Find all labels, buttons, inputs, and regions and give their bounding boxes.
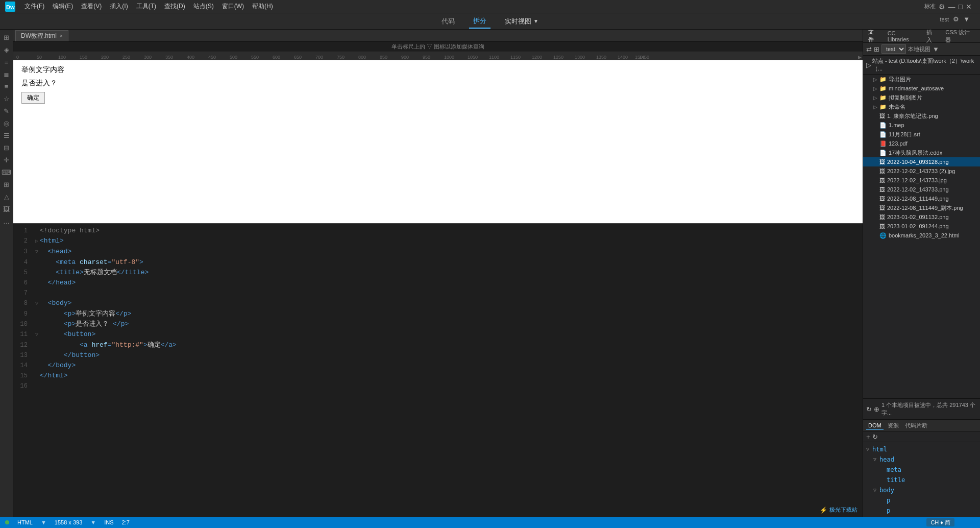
dom-add-icon[interactable]: + xyxy=(866,433,870,441)
sidebar-icon-eye[interactable]: ◎ xyxy=(1,117,12,129)
status-dropdown[interactable]: ▼ xyxy=(41,519,46,525)
dom-arrow-html: ▽ xyxy=(866,445,871,454)
live-view-arrow: ▼ xyxy=(533,18,538,24)
sidebar-icon-code[interactable]: ⌨ xyxy=(1,166,12,178)
file-tab-close[interactable]: × xyxy=(60,33,63,39)
tree-item-cornell[interactable]: 🖼 1. 康奈尔笔记法.png xyxy=(863,111,980,121)
dw-logo: Dw xyxy=(4,1,16,13)
tree-item-png7[interactable]: 🖼 2023-01-02_091244.png xyxy=(863,222,980,231)
tab-split[interactable]: 拆分 xyxy=(469,14,491,29)
image-icon-jpg2: 🖼 xyxy=(879,168,885,174)
dom-tab-snippets[interactable]: 代码片断 xyxy=(903,421,929,430)
right-tab-cc[interactable]: CC Libraries xyxy=(885,30,921,43)
dom-panel: DOM 资源 代码片断 + ↻ ▽ html xyxy=(863,419,980,528)
menu-tools[interactable]: 工具(T) xyxy=(132,0,160,13)
tree-item-pdf[interactable]: 📕 123.pdf xyxy=(863,139,980,148)
image-icon-png1: 🖼 xyxy=(879,159,885,165)
file-tab[interactable]: DW教程.html × xyxy=(15,30,68,41)
menu-site[interactable]: 站点(S) xyxy=(189,0,218,13)
sidebar-icon-pencil[interactable]: ✎ xyxy=(1,105,12,116)
right-toolbar-icon1[interactable]: ⇄ xyxy=(866,45,872,53)
new-site-icon[interactable]: ⊕ xyxy=(874,405,879,413)
dom-tree: ▽ html ▽ head meta xyxy=(863,442,980,528)
tree-item-png1[interactable]: 🖼 2022-10-04_093128.png xyxy=(863,157,980,166)
sidebar-icon-css[interactable]: ◈ xyxy=(1,44,12,55)
tree-item-png4[interactable]: 🖼 2022-12-08_111449.png xyxy=(863,194,980,203)
menu-window[interactable]: 窗口(W) xyxy=(218,0,248,13)
sidebar-icon-insert[interactable]: ⊞ xyxy=(1,32,12,43)
folder-icon: 📁 xyxy=(879,76,887,83)
tree-item-html2[interactable]: 🌐 bookmarks_2023_3_22.html xyxy=(863,231,980,240)
sidebar-icon-move[interactable]: ✛ xyxy=(1,154,12,165)
code-line-11: 11 ▽ <button> xyxy=(13,329,863,340)
sidebar-icon-list[interactable]: ☰ xyxy=(1,130,12,141)
dom-node-p1[interactable]: p xyxy=(866,495,977,506)
sidebar-icon-shapes[interactable]: △ xyxy=(1,191,12,202)
dom-refresh-icon[interactable]: ↻ xyxy=(872,433,878,441)
dom-node-body[interactable]: ▽ body xyxy=(866,485,977,495)
right-toolbar-dropdown[interactable]: ▼ xyxy=(933,45,939,53)
right-panel-tabs: 文件 CC Libraries 插入 CSS 设计器 xyxy=(863,30,980,43)
sidebar-icon-snippets[interactable]: ≣ xyxy=(1,68,12,80)
gear-icon[interactable]: ⚙ xyxy=(939,3,945,11)
sidebar-icon-image[interactable]: 🖼 xyxy=(1,203,12,214)
tree-item-eddx[interactable]: 📄 17种头脑风暴法.eddx xyxy=(863,148,980,157)
tree-item-export[interactable]: ▷ 📁 导出图片 xyxy=(863,75,980,84)
image-icon-png5: 🖼 xyxy=(879,205,885,211)
menu-view[interactable]: 查看(V) xyxy=(77,0,106,13)
tree-item-png5[interactable]: 🖼 2022-12-08_111449_副本.png xyxy=(863,203,980,212)
code-pane: 1 <!doctype html> 2 ▷ <html> 3 ▽ <head> xyxy=(13,224,863,528)
tree-item-mep[interactable]: 📄 1.mep xyxy=(863,121,980,130)
right-toolbar-icon2[interactable]: ⊞ xyxy=(874,45,879,53)
menu-help[interactable]: 帮助(H) xyxy=(248,0,277,13)
tree-item-mindmaster[interactable]: ▷ 📁 mindmaster_autosave xyxy=(863,84,980,93)
tree-item-copy-images[interactable]: ▷ 📁 拟复制到图片 xyxy=(863,93,980,102)
site-expand-icon[interactable]: ▷ xyxy=(866,61,871,69)
watermark-text: 极光下载站 xyxy=(829,506,857,514)
maximize-icon[interactable]: □ xyxy=(959,3,963,11)
dom-node-html[interactable]: ▽ html xyxy=(866,444,977,454)
close-icon[interactable]: ✕ xyxy=(966,3,972,11)
status-indicator xyxy=(5,520,9,524)
dom-node-p2[interactable]: p xyxy=(866,506,977,516)
workspace-dropdown-icon[interactable]: ▼ xyxy=(963,15,970,23)
workspace-settings-icon[interactable]: ⚙ xyxy=(953,15,959,23)
tree-item-png6[interactable]: 🖼 2023-01-02_091132.png xyxy=(863,212,980,222)
tree-item-srt[interactable]: 📄 11月28日.srt xyxy=(863,130,980,139)
menu-insert[interactable]: 插入(I) xyxy=(106,0,132,13)
dimensions-dropdown[interactable]: ▼ xyxy=(90,519,96,525)
settings-icon[interactable]: 标准 xyxy=(924,3,936,10)
image-icon-png4: 🖼 xyxy=(879,196,885,202)
code-line-5: 5 <title>无标题文档</title> xyxy=(13,268,863,278)
file-icon-mep: 📄 xyxy=(879,122,887,129)
tree-item-unnamed[interactable]: ▷ 📁 未命名 xyxy=(863,102,980,111)
dom-tab-resources[interactable]: 资源 xyxy=(886,421,901,430)
tab-live-view[interactable]: 实时视图 ▼ xyxy=(501,15,543,28)
menu-find[interactable]: 查找(D) xyxy=(160,0,189,13)
tab-code[interactable]: 代码 xyxy=(437,15,459,28)
sidebar-icon-files[interactable]: ≡ xyxy=(1,56,12,67)
dom-node-title[interactable]: title xyxy=(866,475,977,485)
site-select[interactable]: test xyxy=(881,44,906,54)
preview-confirm-button[interactable]: 确定 xyxy=(21,92,45,104)
refresh-icon[interactable]: ↻ xyxy=(866,405,872,413)
tree-item-png3[interactable]: 🖼 2022-12-02_143733.png xyxy=(863,185,980,194)
file-tree-header: ▷ 站点 - test (D:\tools\桌面\work（2）\work（..… xyxy=(863,56,980,75)
dom-node-meta[interactable]: meta xyxy=(866,465,977,475)
dom-tab-dom[interactable]: DOM xyxy=(866,421,884,430)
code-line-8: 8 ▽ <body> xyxy=(13,298,863,309)
dom-node-head[interactable]: ▽ head xyxy=(866,454,977,465)
sidebar-icon-layers[interactable]: ⊟ xyxy=(1,142,12,153)
tab-bar: DW教程.html × xyxy=(13,30,863,42)
sidebar-icon-more[interactable]: … xyxy=(1,215,12,227)
sidebar-icon-search[interactable]: ≡ xyxy=(1,81,12,92)
tree-item-jpg2[interactable]: 🖼 2022-12-02_143733 (2).jpg xyxy=(863,166,980,176)
folder-icon-mindmaster: 📁 xyxy=(879,85,887,92)
sidebar-icon-star[interactable]: ☆ xyxy=(1,93,12,104)
preview-pane: 举例文字内容 是否进入？ 确定 xyxy=(13,60,863,224)
sidebar-icon-grid[interactable]: ⊞ xyxy=(1,179,12,190)
minimize-icon[interactable]: — xyxy=(948,3,955,11)
menu-edit[interactable]: 编辑(E) xyxy=(48,0,77,13)
tree-item-jpg3[interactable]: 🖼 2022-12-02_143733.jpg xyxy=(863,176,980,185)
menu-file[interactable]: 文件(F) xyxy=(20,0,48,13)
